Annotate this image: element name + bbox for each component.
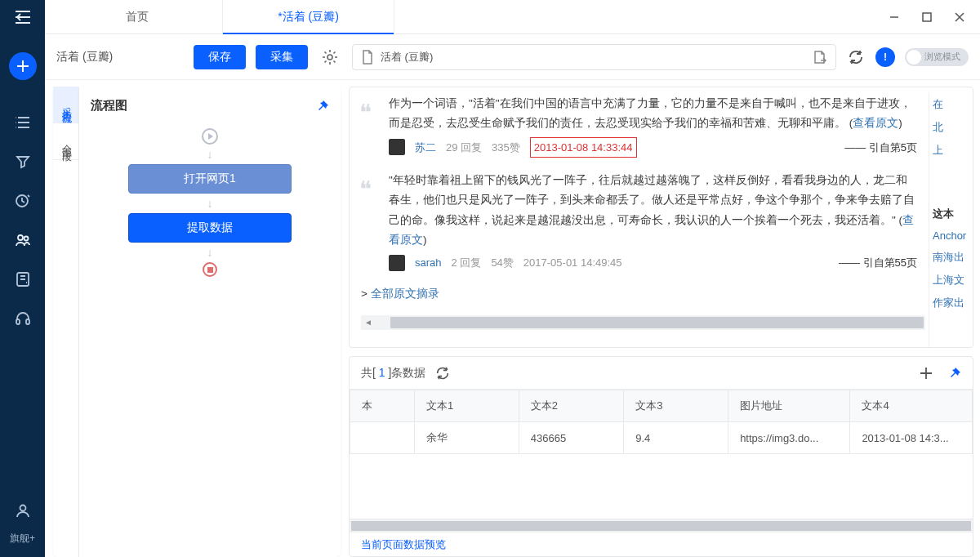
avatar[interactable] — [389, 255, 405, 271]
tab-active-label: *活着 (豆瓣) — [278, 10, 339, 25]
data-count-label: 共[ 1 ]条数据 — [361, 366, 425, 381]
flow-arrow-icon: ↓ — [207, 246, 213, 259]
reply-count: 2 回复 — [452, 253, 482, 272]
quote-icon: ❝ — [359, 169, 372, 210]
table-cell: 2013-01-08 14:3... — [850, 422, 973, 454]
avatar[interactable] — [389, 139, 405, 155]
svg-rect-7 — [923, 13, 931, 21]
account-icon[interactable] — [0, 491, 45, 530]
toggle-label: 浏览模式 — [924, 51, 960, 63]
window-minimize[interactable] — [889, 11, 900, 23]
side-link[interactable]: Anchor — [933, 229, 969, 242]
tab-home[interactable]: 首页 — [51, 0, 223, 33]
svg-rect-5 — [26, 319, 29, 324]
table-header[interactable]: 文本4 — [850, 390, 973, 422]
flow-end-node[interactable] — [203, 262, 217, 277]
tab-fields[interactable]: 全部字段 — [53, 123, 78, 160]
flow-arrow-icon: ↓ — [207, 148, 213, 161]
window-close[interactable] — [954, 11, 965, 23]
timestamp: 2017-05-01 14:49:45 — [523, 253, 622, 272]
table-cell: 余华 — [414, 422, 519, 454]
table-header[interactable]: 图片地址 — [728, 390, 850, 422]
table-cell: 9.4 — [624, 422, 728, 454]
scroll-left-icon[interactable]: ◄ — [361, 315, 376, 330]
page-ref: —— 引自第5页 — [844, 138, 917, 157]
svg-point-1 — [18, 235, 23, 240]
table-row[interactable]: 余华 436665 9.4 https://img3.do... 2013-01… — [350, 422, 973, 454]
side-link[interactable]: 作家出 — [933, 296, 969, 310]
window-maximize[interactable] — [921, 11, 933, 23]
tab-flow[interactable]: 采集流程 — [53, 87, 78, 123]
svg-point-6 — [20, 506, 25, 511]
username-link[interactable]: sarah — [415, 253, 442, 272]
pin-icon[interactable] — [316, 100, 329, 113]
side-heading: 这本 — [933, 207, 969, 221]
add-column-icon[interactable] — [919, 366, 933, 381]
refresh-icon[interactable] — [846, 47, 866, 67]
table-scrollbar[interactable] — [350, 519, 973, 532]
refresh-data-icon[interactable] — [435, 366, 450, 381]
chevron-right: > — [361, 287, 371, 300]
address-bar[interactable]: 活着 (豆瓣) — [352, 44, 836, 70]
alert-badge[interactable]: ! — [875, 47, 895, 67]
support-icon[interactable] — [0, 299, 45, 338]
like-count: 335赞 — [492, 138, 520, 157]
flow-arrow-icon: ↓ — [207, 197, 213, 210]
table-header[interactable]: 本 — [350, 390, 415, 422]
table-header[interactable]: 文本3 — [624, 390, 728, 422]
table-header[interactable]: 文本1 — [414, 390, 519, 422]
side-link[interactable]: 北 — [933, 120, 969, 135]
left-side-tabs: 采集流程 全部字段 — [53, 87, 79, 557]
page-ref: —— 引自第55页 — [839, 253, 917, 272]
toolbar: 活着 (豆瓣) 保存 采集 活着 (豆瓣) ! 浏览模式 — [45, 34, 980, 80]
flow-start-node[interactable] — [202, 128, 218, 145]
schedule-icon[interactable] — [0, 181, 45, 221]
view-original-link[interactable]: 查看原文 — [853, 117, 898, 129]
collect-button[interactable]: 采集 — [256, 45, 308, 69]
side-link[interactable]: 上海文 — [933, 273, 969, 287]
toggle-knob — [906, 50, 921, 65]
tab-active[interactable]: *活着 (豆瓣) — [223, 0, 394, 33]
quote-icon: ❝ — [359, 92, 372, 133]
save-button[interactable]: 保存 — [194, 45, 246, 69]
flow-title: 流程图 — [91, 98, 127, 114]
excerpt-text: 作为一个词语，"活着"在我们中国的语言中充满了力量，它的力量不是来自于喊叫，也不… — [389, 97, 911, 129]
side-link[interactable]: 在 — [933, 97, 969, 112]
flow-canvas: ↓ 打开网页1 ↓ 提取数据 ↓ — [91, 128, 329, 277]
table-header[interactable]: 文本2 — [519, 390, 623, 422]
data-panel: 共[ 1 ]条数据 本 文本1 文本2 — [349, 356, 973, 557]
flow-node-extract[interactable]: 提取数据 — [128, 213, 292, 243]
reply-count: 29 回复 — [446, 138, 482, 157]
settings-icon[interactable] — [318, 45, 342, 69]
list-icon[interactable] — [0, 103, 45, 142]
svg-point-8 — [327, 55, 332, 60]
table-cell — [350, 422, 415, 454]
table-cell: 436665 — [519, 422, 623, 454]
plan-label: 旗舰+ — [10, 532, 35, 546]
horizontal-scrollbar[interactable]: ◄ — [361, 315, 925, 330]
svg-point-2 — [24, 237, 28, 241]
side-link[interactable]: 南海出 — [933, 250, 969, 265]
username-link[interactable]: 苏二 — [415, 138, 436, 157]
page-icon — [361, 50, 374, 65]
all-excerpts-link[interactable]: 全部原文摘录 — [371, 287, 439, 300]
preview-tab[interactable]: 当前页面数据预览 — [361, 537, 446, 552]
table-cell: https://img3.do... — [728, 422, 850, 454]
tab-home-label: 首页 — [126, 10, 149, 25]
team-icon[interactable] — [0, 221, 45, 260]
like-count: 54赞 — [491, 253, 513, 272]
open-external-icon[interactable] — [813, 50, 827, 65]
pin-panel-icon[interactable] — [948, 367, 961, 380]
side-link[interactable]: 上 — [933, 143, 969, 158]
scrollbar-thumb[interactable] — [351, 521, 971, 531]
tab-bar: 首页 *活着 (豆瓣) — [45, 0, 980, 34]
scrollbar-thumb[interactable] — [390, 317, 924, 328]
database-icon[interactable] — [0, 260, 45, 299]
flow-node-open-page[interactable]: 打开网页1 — [128, 164, 292, 194]
new-task-button[interactable] — [9, 52, 37, 80]
menu-icon[interactable] — [0, 0, 45, 34]
filter-icon[interactable] — [0, 142, 45, 181]
browse-mode-toggle[interactable]: 浏览模式 — [905, 48, 969, 66]
data-table: 本 文本1 文本2 文本3 图片地址 文本4 余华 436665 — [350, 390, 973, 454]
excerpt-block: ❝ "年轻时靠着祖上留下的钱风光了一阵子，往后就越过越落魄了，这样反倒好，看看我… — [361, 169, 925, 279]
